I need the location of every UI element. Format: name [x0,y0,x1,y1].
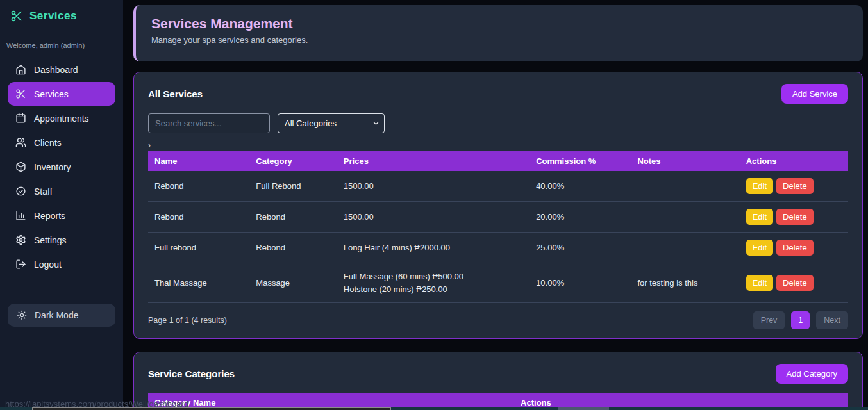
scissors-icon [10,10,23,22]
sidebar-item-clients[interactable]: Clients [8,131,115,154]
sidebar-item-services[interactable]: Services [8,82,115,106]
page-subtitle: Manage your spa services and categories. [151,35,847,45]
table-row: Full rebond Rebond Long Hair (4 mins) ₱2… [148,233,848,263]
sidebar-item-dashboard[interactable]: Dashboard [8,58,115,81]
service-commission: 10.00% [530,263,631,303]
service-prices: Long Hair (4 mins) ₱2000.00 [337,233,530,263]
services-table: Name Category Prices Commission % Notes … [148,151,848,303]
service-name: Full rebond [148,233,249,263]
delete-button[interactable]: Delete [776,178,814,194]
edit-button[interactable]: Edit [746,178,773,194]
edit-button[interactable]: Edit [746,240,773,256]
welcome-text: Welcome, admin (admin) [0,26,123,57]
prev-page-button[interactable]: Prev [753,311,785,329]
service-actions: EditDelete [740,202,848,233]
table-row: Thai Massage Massage Full Massage (60 mi… [148,263,848,303]
add-service-button[interactable]: Add Service [781,84,848,104]
pagination: Page 1 of 1 (4 results) Prev 1 Next [148,311,848,329]
add-category-button[interactable]: Add Category [776,364,849,384]
page-title: Services Management [151,16,847,31]
sidebar-item-label: Services [34,89,69,99]
edit-button[interactable]: Edit [746,209,773,225]
service-prices: 1500.00 [337,202,530,233]
sidebar-item-label: Staff [34,186,53,197]
col-category: Category [249,151,337,171]
horizontal-scrollbar-thumb[interactable] [558,407,609,410]
service-category: Full Rebond [249,171,337,202]
service-name: Rebond [148,171,249,202]
sidebar-item-label: Settings [34,235,67,245]
home-icon [15,64,26,75]
sidebar: Services Welcome, admin (admin) Dashboar… [0,0,123,410]
service-prices: Full Massage (60 mins) ₱500.00 Hotstone … [337,263,530,303]
col-commission: Commission % [530,151,631,171]
service-category: Massage [249,263,337,303]
sidebar-item-label: Reports [34,211,65,221]
col-prices: Prices [337,151,530,171]
price-line: Hotstone (20 mins) ₱250.00 [344,283,523,296]
sidebar-item-label: Clients [34,138,62,148]
service-prices: 1500.00 [337,171,530,202]
sun-icon [17,310,27,320]
service-notes [631,202,739,233]
check-circle-icon [15,186,26,197]
bar-chart-icon [15,210,26,221]
delete-button[interactable]: Delete [776,275,814,291]
sidebar-item-inventory[interactable]: Inventory [8,155,115,179]
service-name: Thai Massage [148,263,249,303]
page-header-card: Services Management Manage your spa serv… [133,5,863,62]
dark-mode-toggle[interactable]: Dark Mode [8,304,115,327]
users-icon [15,137,26,148]
brand-title: Services [29,10,77,22]
services-table-header: Name Category Prices Commission % Notes … [148,151,848,171]
gear-icon [15,234,26,245]
page-summary: Page 1 of 1 (4 results) [148,316,227,325]
service-actions: EditDelete [740,263,848,303]
edit-button[interactable]: Edit [746,275,773,291]
package-icon [15,161,26,172]
brand: Services [0,0,123,26]
all-services-panel: All Services Add Service All Categories … [133,72,863,339]
service-commission: 20.00% [530,202,631,233]
table-row: Rebond Full Rebond 1500.00 40.00% EditDe… [148,171,848,202]
service-categories-panel: Service Categories Add Category Category… [133,352,863,410]
service-actions: EditDelete [740,171,848,202]
search-input[interactable] [148,113,270,133]
sidebar-item-label: Inventory [34,162,71,172]
category-filter-select[interactable]: All Categories [278,113,385,133]
next-page-button[interactable]: Next [816,311,848,329]
logout-icon [15,259,26,270]
service-notes: for testing is this [631,263,739,303]
delete-button[interactable]: Delete [776,209,814,225]
cutoff-window-top [32,407,391,410]
horizontal-scroll-hint: › [148,141,156,150]
sidebar-item-appointments[interactable]: Appointments [8,106,115,130]
table-row: Rebond Rebond 1500.00 20.00% EditDelete [148,202,848,233]
sidebar-item-settings[interactable]: Settings [8,228,115,252]
all-services-heading: All Services [148,88,203,99]
col-actions: Actions [740,151,848,171]
sidebar-nav: Dashboard Services Appointments Clients … [0,57,123,277]
service-actions: EditDelete [740,233,848,263]
service-categories-heading: Service Categories [148,368,235,379]
service-notes [631,233,739,263]
col-name: Name [148,151,249,171]
col-notes: Notes [631,151,739,171]
service-category: Rebond [249,233,337,263]
sidebar-item-logout[interactable]: Logout [8,252,115,276]
service-commission: 40.00% [530,171,631,202]
service-name: Rebond [148,202,249,233]
sidebar-item-label: Dashboard [34,65,78,75]
sidebar-item-label: Appointments [34,113,89,124]
sidebar-item-staff[interactable]: Staff [8,179,115,203]
sidebar-item-label: Logout [34,259,62,270]
dark-mode-label: Dark Mode [35,310,78,320]
bottom-edge-strip [0,407,868,410]
sidebar-item-reports[interactable]: Reports [8,204,115,227]
current-page-button[interactable]: 1 [791,311,810,329]
scissors-icon [15,88,26,99]
main-content: Services Management Manage your spa serv… [123,0,868,410]
service-category: Rebond [249,202,337,233]
service-notes [631,171,739,202]
delete-button[interactable]: Delete [776,240,814,256]
